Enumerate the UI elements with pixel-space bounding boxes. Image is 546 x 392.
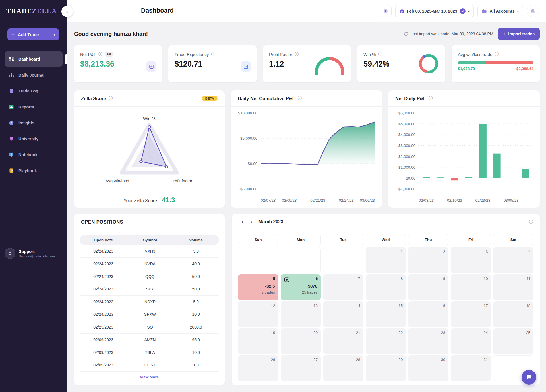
view-more-link[interactable]: View More (74, 372, 225, 383)
net-pnl-label: Net P&L (80, 52, 96, 57)
calendar-day-13[interactable]: 13 (281, 301, 321, 327)
accounts-selector[interactable]: All Accounts ▾ (477, 5, 523, 17)
calendar-day-26[interactable]: 26 (238, 355, 278, 381)
chat-fab-button[interactable] (522, 370, 536, 385)
calendar-day-10[interactable]: 10 (451, 274, 491, 300)
table-row[interactable]: 02/23/2023SQ2000.0 (80, 321, 219, 334)
calendar-day-28[interactable]: 28 (323, 355, 363, 381)
table-row[interactable]: 02/09/2023TSLA10.0 (80, 346, 219, 359)
sidebar-item-daily-journal[interactable]: Daily Journal (5, 67, 63, 82)
calendar-month-label: March 2023 (258, 219, 283, 224)
table-cell: 10.0 (173, 312, 219, 317)
calendar-day-12[interactable]: 12 (238, 301, 278, 327)
bottom-row: OPEN POSITIONS Open DateSymbolVolume 02/… (74, 214, 540, 385)
calendar-day-11[interactable]: 11 (493, 274, 533, 300)
calendar-day-19[interactable]: 19 (238, 328, 278, 354)
add-trade-button[interactable]: + Add Trade ▾ (7, 28, 59, 40)
day-number: 22 (398, 331, 403, 335)
calendar-day-6[interactable]: 6$87825 trades (281, 274, 321, 300)
table-row[interactable]: 02/24/2023NDXP5.0 (80, 296, 219, 308)
info-icon[interactable]: ⓘ (529, 219, 533, 224)
journal-note-icon[interactable] (284, 277, 290, 284)
calendar-day-31[interactable]: 31 (451, 355, 491, 381)
table-row[interactable]: 02/09/2023AMZN95.0 (80, 334, 219, 346)
support-avatar (5, 248, 15, 259)
calendar-prev-button[interactable]: ‹ (239, 218, 246, 226)
calendar-day-7[interactable]: 7 (323, 274, 363, 300)
sidebar-item-university[interactable]: University (5, 131, 63, 146)
svg-text:Avg win/loss: Avg win/loss (105, 178, 129, 183)
sidebar-item-notebook[interactable]: Notebook (5, 147, 63, 162)
table-cell: 02/24/2023 (80, 287, 127, 291)
table-row[interactable]: 02/24/2023VXH35.0 (80, 245, 219, 258)
table-row[interactable]: 02/24/2023SPXW10.0 (80, 308, 219, 321)
info-icon[interactable]: ⓘ (495, 52, 499, 57)
table-row[interactable]: 02/24/2023QQQ50.0 (80, 270, 219, 283)
calendar-day-23[interactable]: 23 (408, 328, 448, 354)
expectancy-mini-icon[interactable] (241, 61, 251, 72)
sidebar-item-label: Reports (18, 105, 34, 109)
support-block[interactable]: Support Support@tradezella.com (5, 248, 55, 259)
calendar-day-16[interactable]: 16 (408, 301, 448, 327)
calendar-day-29[interactable]: 29 (366, 355, 406, 381)
info-icon[interactable]: ⓘ (98, 52, 102, 57)
calendar-day-2[interactable]: 2 (408, 247, 448, 273)
calendar-next-button[interactable]: › (248, 218, 255, 226)
net-daily-pnl-chart: $6,000.00$5,000.00$4,000.00$3,000.00$2,0… (392, 108, 536, 207)
calendar-panel: ‹ › March 2023 ⓘ SunMonTueWedThuFriSat 1… (232, 214, 540, 385)
sidebar-item-dashboard[interactable]: Dashboard (5, 51, 63, 67)
calendar-empty-cell (281, 247, 321, 273)
calendar-day-4[interactable]: 4 (493, 247, 533, 273)
calendar-day-30[interactable]: 30 (408, 355, 448, 381)
calendar-day-8[interactable]: 8 (366, 274, 406, 300)
calendar-day-18[interactable]: 18 (493, 301, 533, 327)
calendar-day-3[interactable]: 3 (451, 247, 491, 273)
day-trades-count: 3 trades (262, 290, 275, 294)
table-row[interactable]: 02/24/2023SPY50.0 (80, 283, 219, 296)
calendar-day-9[interactable]: 9 (408, 274, 448, 300)
info-icon[interactable]: ⓘ (211, 52, 215, 57)
zella-score-label: Your Zella Score: (123, 198, 158, 203)
clear-date-icon[interactable]: ✕ (460, 8, 466, 14)
calendar-day-15[interactable]: 15 (366, 301, 406, 327)
svg-text:-$1,000.00: -$1,000.00 (397, 187, 415, 191)
table-cell: 02/09/2023 (80, 350, 127, 355)
calendar-day-25[interactable]: 25 (493, 328, 533, 354)
sidebar-item-reports[interactable]: Reports (5, 99, 63, 114)
table-cell: TSLA (127, 350, 173, 355)
table-row[interactable]: 02/24/2023NVDA40.0 (80, 258, 219, 271)
column-header: Volume (173, 238, 219, 242)
calendar-day-27[interactable]: 27 (281, 355, 321, 381)
calendar-day-14[interactable]: 14 (323, 301, 363, 327)
info-icon[interactable]: ⓘ (109, 96, 113, 101)
calendar-day-22[interactable]: 22 (366, 328, 406, 354)
day-number: 1 (401, 249, 403, 254)
info-icon[interactable]: ⓘ (298, 96, 302, 101)
calendar-day-24[interactable]: 24 (451, 328, 491, 354)
visibility-toggle-button[interactable] (380, 5, 392, 17)
calendar-day-20[interactable]: 20 (281, 328, 321, 354)
table-cell: 10.0 (173, 350, 219, 355)
sidebar-item-playbook[interactable]: Playbook (5, 163, 63, 178)
calendar-day-5[interactable]: 5-$2.53 trades (238, 274, 278, 300)
svg-text:02/10/23: 02/10/23 (447, 198, 462, 203)
net-pnl-mini-icon[interactable] (146, 61, 156, 72)
sidebar-item-insights[interactable]: Insights (5, 115, 63, 130)
day-number: 7 (358, 277, 360, 281)
sidebar-collapse-button[interactable]: ‹ (61, 6, 73, 17)
table-cell: COST (127, 363, 173, 367)
win-rate-label: Win % (363, 52, 376, 57)
info-icon[interactable]: ⓘ (378, 52, 382, 57)
notifications-button[interactable] (527, 5, 539, 17)
date-range-picker[interactable]: Feb 08, 2023-Mar 10, 2023 ✕ ▾ (395, 5, 474, 17)
import-trades-button[interactable]: + Import trades (498, 28, 540, 40)
charts-row: Zella Score ⓘ BETA Win %Profit factorAvg… (74, 90, 540, 208)
last-import-text: Last import was made: Mar 09, 2023 04:38… (410, 32, 493, 36)
calendar-day-21[interactable]: 21 (323, 328, 363, 354)
sidebar-item-trade-log[interactable]: Trade Log (5, 83, 63, 98)
table-row[interactable]: 02/09/2023COST1.0 (80, 359, 219, 372)
info-icon[interactable]: ⓘ (429, 96, 433, 101)
calendar-day-1[interactable]: 1 (366, 247, 406, 273)
calendar-day-17[interactable]: 17 (451, 301, 491, 327)
info-icon[interactable]: ⓘ (295, 52, 299, 57)
